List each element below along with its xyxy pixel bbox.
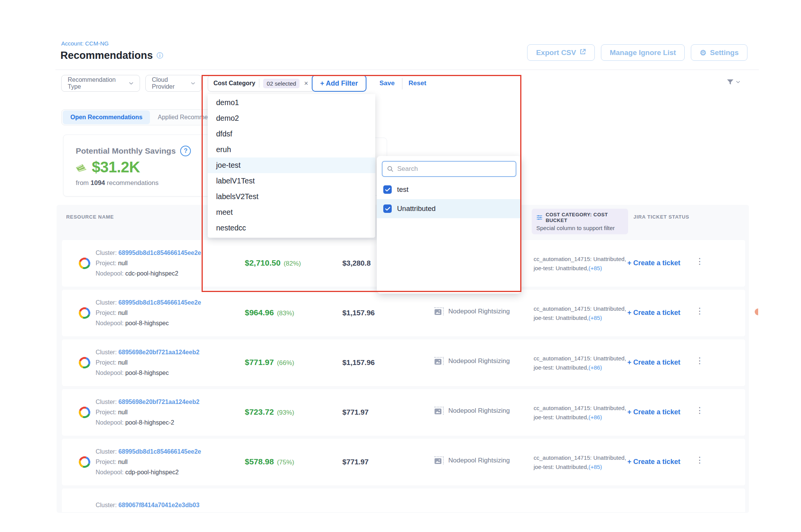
filter-bar-divider (402, 78, 402, 89)
cost-bucket-more-link[interactable]: (+85) (588, 464, 602, 470)
column-header-jira-status: JIRA TICKET STATUS (633, 214, 689, 220)
close-icon[interactable]: × (303, 79, 309, 88)
cluster-id-link[interactable]: 68995db8d1c854666145ee2e (119, 448, 201, 455)
row-menu-icon[interactable]: ⋮ (695, 257, 704, 266)
reset-filter-link[interactable]: Reset (409, 79, 426, 87)
checkbox-checked-icon[interactable] (383, 204, 392, 213)
row-menu-icon[interactable]: ⋮ (695, 406, 704, 415)
savings-suffix-text: recommendations (107, 179, 158, 187)
dropdown-item-eruh[interactable]: eruh (208, 142, 375, 157)
monthly-cost-value: $771.97 (342, 408, 369, 417)
cost-bucket-line2: joe-test: Unattributed, (534, 364, 588, 371)
savings-from-text: from (76, 179, 89, 187)
create-ticket-button[interactable]: + Create a ticket (627, 458, 681, 466)
table-row-partial[interactable]: Cluster: 689067f8414a7041e2e3db03 (62, 488, 745, 512)
nodepool-label: Nodepool: (96, 270, 124, 277)
cost-bucket-more-link[interactable]: (+85) (588, 265, 602, 271)
recommendation-type-filter[interactable]: Recommendation Type (61, 75, 140, 92)
cluster-label: Cluster: (96, 349, 117, 355)
cost-bucket-line1: cc_automation_14715: Unattributed, (534, 404, 626, 413)
nodepool-value: pool-8-highspec-2 (125, 419, 174, 426)
cost-bucket-line1: cc_automation_14715: Unattributed, (534, 255, 626, 264)
account-breadcrumb[interactable]: Account: CCM-NG (61, 40, 109, 47)
cost-category-selected-count: 02 selected (263, 79, 300, 88)
project-label: Project: (96, 409, 116, 415)
dropdown-item-labelV1Test[interactable]: labelV1Test (208, 173, 375, 189)
nodepool-value: pool-8-highspec (125, 320, 169, 326)
cost-bucket-more-link[interactable]: (+86) (588, 414, 602, 420)
cost-bucket-cell: cc_automation_14715: Unattributed, joe-t… (534, 453, 626, 472)
dropdown-item-joe-test[interactable]: joe-test (208, 157, 375, 173)
funnel-icon (726, 78, 734, 86)
table-row[interactable]: Cluster: 68995db8d1c854666145ee2e Projec… (62, 439, 745, 485)
cost-category-header-subtitle: Special column to support filter (536, 225, 624, 231)
filter-menu-button[interactable] (726, 78, 740, 86)
dropdown-item-nestedcc[interactable]: nestedcc (208, 220, 375, 236)
row-menu-icon[interactable]: ⋮ (695, 456, 704, 465)
bucket-search-field[interactable] (382, 161, 516, 177)
cluster-label: Cluster: (96, 448, 117, 455)
column-header-cost-category[interactable]: COST CATEGORY: COST BUCKET Special colum… (532, 209, 628, 234)
save-filter-link[interactable]: Save (379, 79, 395, 87)
create-ticket-button[interactable]: + Create a ticket (627, 259, 681, 267)
create-ticket-button[interactable]: + Create a ticket (627, 408, 681, 416)
dropdown-item-demo1[interactable]: demo1 (208, 95, 375, 110)
dropdown-item-dfdsf[interactable]: dfdsf (208, 126, 375, 142)
dropdown-item-meet[interactable]: meet (208, 204, 375, 220)
cost-bucket-line1: cc_automation_14715: Unattributed, (534, 453, 626, 462)
bucket-option-test[interactable]: test (377, 180, 521, 199)
settings-button[interactable]: ⚙ Settings (691, 44, 747, 61)
gcp-cloud-icon (77, 355, 92, 370)
gcp-cloud-icon (77, 454, 92, 470)
project-label: Project: (96, 359, 116, 366)
filter-lines-icon (536, 214, 542, 221)
project-value: null (118, 310, 128, 316)
row-menu-icon[interactable]: ⋮ (695, 356, 704, 365)
checkbox-checked-icon[interactable] (383, 185, 392, 194)
cost-bucket-cell: cc_automation_14715: Unattributed, joe-t… (534, 354, 626, 372)
recommendation-type-label: Recommendation Type (68, 76, 125, 90)
project-value: null (118, 260, 128, 266)
dropdown-item-demo2[interactable]: demo2 (208, 110, 375, 126)
cloud-provider-filter[interactable]: Cloud Provider (145, 75, 202, 92)
savings-amount: $31.2K (92, 159, 140, 176)
nodepool-icon (434, 407, 444, 415)
row-menu-icon[interactable]: ⋮ (695, 307, 704, 316)
table-row[interactable]: Cluster: 68995db8d1c854666145ee2e Projec… (62, 290, 745, 336)
cluster-id-link[interactable]: 6895698e20bf721aa124eeb2 (119, 349, 200, 355)
add-filter-button[interactable]: + Add Filter (312, 75, 366, 92)
nodepool-icon (434, 357, 444, 365)
bucket-option-unattributed[interactable]: Unattributed (377, 199, 521, 218)
header-divider (55, 70, 759, 70)
savings-value: $723.72 (245, 407, 274, 416)
export-csv-button[interactable]: Export CSV (527, 44, 595, 61)
cluster-id-link[interactable]: 68995db8d1c854666145ee2e (119, 250, 201, 256)
column-header-resource-name: RESOURCE NAME (66, 214, 114, 220)
info-icon[interactable]: ⓘ (157, 52, 163, 59)
create-ticket-button[interactable]: + Create a ticket (627, 309, 681, 317)
table-row[interactable]: Cluster: 6895698e20bf721aa124eeb2 Projec… (62, 389, 745, 436)
search-input[interactable] (397, 165, 511, 173)
cluster-id-link[interactable]: 689067f8414a7041e2e3db03 (119, 502, 200, 508)
manage-ignore-list-button[interactable]: Manage Ignore List (601, 44, 685, 61)
table-row[interactable]: Cluster: 6895698e20bf721aa124eeb2 Projec… (62, 339, 745, 386)
bucket-option-label: test (397, 185, 409, 194)
chip-divider (259, 79, 259, 88)
savings-percent: (93%) (277, 409, 294, 416)
cluster-id-link[interactable]: 68995db8d1c854666145ee2e (119, 299, 201, 306)
cluster-id-link[interactable]: 6895698e20bf721aa124eeb2 (119, 399, 200, 405)
nodepool-label: Nodepool: (96, 469, 124, 475)
create-ticket-button[interactable]: + Create a ticket (627, 358, 681, 367)
cost-category-filter[interactable]: Cost Category 02 selected × (208, 75, 315, 92)
gcp-cloud-icon (77, 305, 92, 321)
cost-category-filter-label: Cost Category (213, 80, 255, 87)
help-icon[interactable]: ? (180, 146, 191, 156)
monthly-cost-value: $1,157.96 (342, 309, 375, 317)
feedback-widget-dot[interactable] (755, 308, 758, 315)
tab-open-recommendations[interactable]: Open Recommendations (63, 110, 150, 124)
filter-bar: Recommendation Type Cloud Provider Cost … (0, 75, 801, 95)
dropdown-item-labelsV2Test[interactable]: labelsV2Test (208, 189, 375, 204)
cost-bucket-more-link[interactable]: (+85) (588, 315, 602, 321)
bucket-option-label: Unattributed (397, 204, 436, 213)
cost-bucket-more-link[interactable]: (+86) (588, 364, 602, 371)
